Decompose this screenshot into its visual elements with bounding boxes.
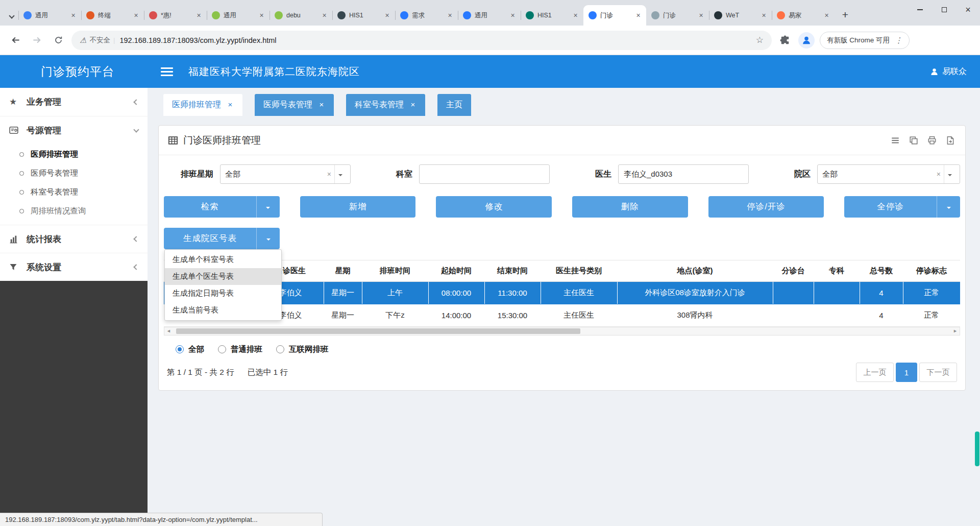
sidebar-item-doctor-slot-table[interactable]: 医师号表管理 <box>0 164 148 183</box>
search-dropdown-caret[interactable] <box>256 196 280 218</box>
sidebar-item-dept-slot-table[interactable]: 科室号表管理 <box>0 183 148 202</box>
address-bar[interactable]: 不安全| 192.168.189.187:18093/com.ylz.yypt/… <box>71 31 772 50</box>
workspace-tab-dept-slot-table[interactable]: 科室号表管理 <box>346 94 425 116</box>
tab-close-icon[interactable] <box>132 11 140 20</box>
url-text[interactable]: 192.168.189.187:18093/com.ylz.yypt/index… <box>119 36 751 44</box>
copy-icon[interactable] <box>908 135 919 146</box>
back-button[interactable] <box>7 32 23 49</box>
browser-tab[interactable]: 需求 <box>395 5 458 26</box>
next-page-button[interactable]: 下一页 <box>919 363 957 382</box>
radio-all[interactable]: 全部 <box>176 344 204 355</box>
browser-tab[interactable]: 通用 <box>18 5 81 26</box>
radio-internet-schedule[interactable]: 互联网排班 <box>276 344 329 355</box>
tab-close-icon[interactable] <box>409 101 416 109</box>
tab-search-button[interactable] <box>5 8 18 26</box>
delete-button[interactable]: 删除 <box>572 196 688 218</box>
scroll-left-arrow[interactable]: ◄ <box>164 327 173 335</box>
chrome-update-chip[interactable]: 有新版 Chrome 可用 <box>820 32 910 49</box>
browser-tab[interactable]: 终端 <box>81 5 144 26</box>
tab-label: 主页 <box>446 100 462 110</box>
tab-close-icon[interactable] <box>194 11 203 20</box>
profile-avatar[interactable] <box>798 32 815 49</box>
tab-close-icon[interactable] <box>634 11 643 20</box>
browser-tab[interactable]: 通用 <box>207 5 270 26</box>
generate-dropdown-caret[interactable] <box>256 228 280 249</box>
sidebar-item-doctor-schedule[interactable]: 医师排班管理 <box>0 145 148 164</box>
bookmark-star-icon[interactable] <box>756 35 764 45</box>
close-button[interactable]: × <box>956 0 980 19</box>
menu-item-current[interactable]: 生成当前号表 <box>165 302 281 319</box>
browser-tab[interactable]: 通用 <box>458 5 521 26</box>
stop-all-button[interactable]: 全停诊 <box>844 196 960 218</box>
browser-tab-active[interactable]: 门诊 <box>583 5 646 26</box>
caret-down-icon[interactable] <box>944 165 955 183</box>
tab-close-icon[interactable] <box>69 11 78 20</box>
page-1-button[interactable]: 1 <box>896 363 917 382</box>
tab-close-icon[interactable] <box>320 11 329 20</box>
table-row-selected[interactable]: 李伯义 星期一 上午 08:00:00 11:30:00 主任医生 外科诊区08… <box>164 282 960 304</box>
week-select[interactable]: 全部 <box>220 164 351 184</box>
tab-close-icon[interactable] <box>760 11 768 20</box>
clear-icon[interactable] <box>324 170 334 178</box>
scrollbar-thumb[interactable] <box>176 328 580 334</box>
stop-all-dropdown-caret[interactable] <box>937 196 960 218</box>
browser-tab[interactable]: HIS1 <box>332 5 395 26</box>
browser-tab[interactable]: 门诊 <box>646 5 709 26</box>
tab-close-icon[interactable] <box>227 101 234 109</box>
prev-page-button[interactable]: 上一页 <box>856 363 894 382</box>
scrollbar-track[interactable] <box>173 327 951 335</box>
menu-item-single-dept[interactable]: 生成单个科室号表 <box>165 251 281 268</box>
sidebar-group-business[interactable]: ★ 业务管理 <box>0 88 148 116</box>
export-icon[interactable] <box>945 135 956 146</box>
tab-close-icon[interactable] <box>697 11 705 20</box>
sidebar-toggle-button[interactable] <box>161 67 173 76</box>
workspace-tab-home[interactable]: 主页 <box>437 94 471 116</box>
menu-item-single-doctor[interactable]: 生成单个医生号表 <box>165 268 281 285</box>
sidebar-group-statistics[interactable]: 统计报表 <box>0 225 148 253</box>
browser-tab[interactable]: *惠! <box>144 5 207 26</box>
browser-tab[interactable]: HIS1 <box>521 5 583 26</box>
refresh-button[interactable] <box>50 32 66 49</box>
horizontal-scrollbar[interactable]: ◄ ► <box>164 327 960 336</box>
browser-tab[interactable]: 易家 <box>772 5 835 26</box>
print-icon[interactable] <box>926 135 938 146</box>
security-indicator[interactable]: 不安全| <box>80 36 115 45</box>
doctor-input[interactable] <box>618 164 749 184</box>
tab-close-icon[interactable] <box>822 11 831 20</box>
stop-open-clinic-button[interactable]: 停诊/开诊 <box>708 196 824 218</box>
sidebar-group-slot-source[interactable]: 号源管理 <box>0 116 148 144</box>
menu-item-specified-date[interactable]: 生成指定日期号表 <box>165 285 281 302</box>
minimize-button[interactable] <box>908 0 932 19</box>
browser-tab[interactable]: debu <box>270 5 332 26</box>
tab-close-icon[interactable] <box>571 11 580 20</box>
dept-input[interactable] <box>419 164 550 184</box>
workspace-tab-doctor-schedule[interactable]: 医师排班管理 <box>163 94 242 116</box>
search-button[interactable]: 检索 <box>164 196 280 218</box>
extensions-button[interactable] <box>777 32 793 49</box>
tab-close-icon[interactable] <box>318 101 325 109</box>
maximize-button[interactable] <box>932 0 956 19</box>
user-menu[interactable]: 易联众 <box>930 66 967 77</box>
tab-close-icon[interactable] <box>508 11 517 20</box>
new-tab-button[interactable] <box>838 7 853 22</box>
add-button[interactable]: 新增 <box>300 196 416 218</box>
generate-campus-slot-button[interactable]: 生成院区号表 <box>164 228 280 249</box>
sidebar-group-settings[interactable]: 系统设置 <box>0 253 148 281</box>
browser-tab[interactable]: WeT <box>709 5 772 26</box>
edit-button[interactable]: 修改 <box>436 196 552 218</box>
page-scrollbar-thumb[interactable] <box>975 432 979 466</box>
scroll-right-arrow[interactable]: ► <box>951 327 960 335</box>
tab-close-icon[interactable] <box>257 11 266 20</box>
tab-close-icon[interactable] <box>446 11 454 20</box>
clear-icon[interactable] <box>934 170 944 178</box>
caret-down-icon[interactable] <box>334 165 346 183</box>
menu-kebab-icon[interactable] <box>895 36 902 45</box>
campus-select[interactable]: 全部 <box>817 164 960 184</box>
table-row[interactable]: 李伯义 星期一 下午z 14:00:00 15:30:00 主任医生 308肾内… <box>164 304 960 327</box>
radio-normal-schedule[interactable]: 普通排班 <box>218 344 262 355</box>
sidebar-item-week-schedule-query[interactable]: 周排班情况查询 <box>0 202 148 221</box>
workspace-tab-doctor-slot-table[interactable]: 医师号表管理 <box>255 94 334 116</box>
tab-close-icon[interactable] <box>383 11 391 20</box>
list-view-icon[interactable] <box>890 135 901 146</box>
forward-button[interactable] <box>29 32 45 49</box>
